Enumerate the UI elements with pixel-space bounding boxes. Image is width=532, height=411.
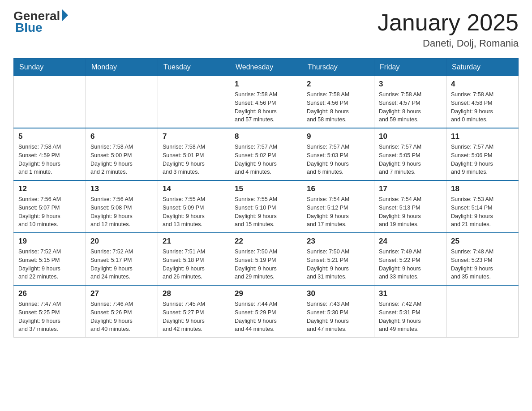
calendar-cell: 12Sunrise: 7:56 AM Sunset: 5:07 PM Dayli… [14, 180, 86, 233]
calendar-cell [446, 285, 519, 338]
page-header: General Blue January 2025 Daneti, Dolj, … [13, 9, 519, 49]
day-number: 9 [307, 132, 369, 141]
day-number: 20 [90, 237, 153, 246]
calendar-cell: 18Sunrise: 7:53 AM Sunset: 5:14 PM Dayli… [446, 180, 519, 233]
calendar-cell: 15Sunrise: 7:55 AM Sunset: 5:10 PM Dayli… [230, 180, 302, 233]
day-number: 10 [379, 132, 442, 141]
day-info: Sunrise: 7:58 AM Sunset: 4:59 PM Dayligh… [18, 143, 81, 176]
title-section: January 2025 Daneti, Dolj, Romania [378, 9, 519, 49]
logo-arrow-icon [62, 9, 68, 21]
calendar-cell: 27Sunrise: 7:46 AM Sunset: 5:26 PM Dayli… [86, 285, 158, 338]
calendar-cell: 30Sunrise: 7:43 AM Sunset: 5:30 PM Dayli… [302, 285, 374, 338]
calendar-cell: 25Sunrise: 7:48 AM Sunset: 5:23 PM Dayli… [446, 233, 519, 285]
calendar-week-row: 5Sunrise: 7:58 AM Sunset: 4:59 PM Daylig… [14, 128, 519, 180]
calendar-cell: 5Sunrise: 7:58 AM Sunset: 4:59 PM Daylig… [14, 128, 86, 180]
day-number: 28 [163, 289, 225, 298]
calendar-cell: 16Sunrise: 7:54 AM Sunset: 5:12 PM Dayli… [302, 180, 374, 233]
day-number: 17 [379, 184, 442, 193]
day-number: 5 [18, 132, 81, 141]
day-info: Sunrise: 7:43 AM Sunset: 5:30 PM Dayligh… [307, 300, 369, 334]
day-number: 30 [307, 289, 369, 298]
calendar-week-row: 1Sunrise: 7:58 AM Sunset: 4:56 PM Daylig… [14, 76, 519, 128]
logo-blue-text: Blue [15, 21, 43, 35]
calendar-cell: 6Sunrise: 7:58 AM Sunset: 5:00 PM Daylig… [86, 128, 158, 180]
day-number: 18 [451, 184, 514, 193]
calendar-header-row: SundayMondayTuesdayWednesdayThursdayFrid… [14, 59, 519, 76]
day-number: 6 [90, 132, 153, 141]
calendar-cell: 11Sunrise: 7:57 AM Sunset: 5:06 PM Dayli… [446, 128, 519, 180]
logo: General Blue [13, 9, 68, 35]
calendar-cell: 24Sunrise: 7:49 AM Sunset: 5:22 PM Dayli… [374, 233, 446, 285]
calendar-week-row: 26Sunrise: 7:47 AM Sunset: 5:25 PM Dayli… [14, 285, 519, 338]
day-number: 11 [451, 132, 514, 141]
day-number: 26 [18, 289, 81, 298]
weekday-header-tuesday: Tuesday [158, 59, 230, 76]
day-number: 25 [451, 237, 514, 246]
calendar-cell: 8Sunrise: 7:57 AM Sunset: 5:02 PM Daylig… [230, 128, 302, 180]
weekday-header-friday: Friday [374, 59, 446, 76]
calendar-cell: 28Sunrise: 7:45 AM Sunset: 5:27 PM Dayli… [158, 285, 230, 338]
calendar-cell: 17Sunrise: 7:54 AM Sunset: 5:13 PM Dayli… [374, 180, 446, 233]
calendar-title: January 2025 [378, 9, 519, 36]
day-number: 24 [379, 237, 442, 246]
day-info: Sunrise: 7:58 AM Sunset: 4:58 PM Dayligh… [451, 90, 514, 124]
day-number: 23 [307, 237, 369, 246]
calendar-cell: 4Sunrise: 7:58 AM Sunset: 4:58 PM Daylig… [446, 76, 519, 128]
calendar-cell: 19Sunrise: 7:52 AM Sunset: 5:15 PM Dayli… [14, 233, 86, 285]
calendar-cell: 14Sunrise: 7:55 AM Sunset: 5:09 PM Dayli… [158, 180, 230, 233]
calendar-cell [14, 76, 86, 128]
day-info: Sunrise: 7:52 AM Sunset: 5:17 PM Dayligh… [90, 248, 153, 281]
calendar-cell: 22Sunrise: 7:50 AM Sunset: 5:19 PM Dayli… [230, 233, 302, 285]
calendar-subtitle: Daneti, Dolj, Romania [378, 38, 519, 49]
calendar-week-row: 12Sunrise: 7:56 AM Sunset: 5:07 PM Dayli… [14, 180, 519, 233]
day-info: Sunrise: 7:57 AM Sunset: 5:05 PM Dayligh… [379, 143, 442, 176]
day-info: Sunrise: 7:53 AM Sunset: 5:14 PM Dayligh… [451, 195, 514, 229]
day-number: 14 [163, 184, 225, 193]
calendar-cell [86, 76, 158, 128]
weekday-header-saturday: Saturday [446, 59, 519, 76]
weekday-header-thursday: Thursday [302, 59, 374, 76]
day-number: 31 [379, 289, 442, 298]
calendar-cell: 13Sunrise: 7:56 AM Sunset: 5:08 PM Dayli… [86, 180, 158, 233]
day-number: 19 [18, 237, 81, 246]
calendar-cell [158, 76, 230, 128]
calendar-cell: 29Sunrise: 7:44 AM Sunset: 5:29 PM Dayli… [230, 285, 302, 338]
calendar-week-row: 19Sunrise: 7:52 AM Sunset: 5:15 PM Dayli… [14, 233, 519, 285]
day-number: 8 [235, 132, 297, 141]
day-number: 21 [163, 237, 225, 246]
day-info: Sunrise: 7:56 AM Sunset: 5:08 PM Dayligh… [90, 195, 153, 229]
day-number: 27 [90, 289, 153, 298]
day-number: 22 [235, 237, 297, 246]
day-number: 29 [235, 289, 297, 298]
weekday-header-wednesday: Wednesday [230, 59, 302, 76]
day-info: Sunrise: 7:44 AM Sunset: 5:29 PM Dayligh… [235, 300, 297, 334]
calendar-cell: 3Sunrise: 7:58 AM Sunset: 4:57 PM Daylig… [374, 76, 446, 128]
calendar-cell: 31Sunrise: 7:42 AM Sunset: 5:31 PM Dayli… [374, 285, 446, 338]
calendar-cell: 2Sunrise: 7:58 AM Sunset: 4:56 PM Daylig… [302, 76, 374, 128]
calendar-cell: 23Sunrise: 7:50 AM Sunset: 5:21 PM Dayli… [302, 233, 374, 285]
calendar-cell: 21Sunrise: 7:51 AM Sunset: 5:18 PM Dayli… [158, 233, 230, 285]
day-info: Sunrise: 7:51 AM Sunset: 5:18 PM Dayligh… [163, 248, 225, 281]
day-number: 1 [235, 80, 297, 89]
weekday-header-monday: Monday [86, 59, 158, 76]
day-number: 4 [451, 80, 514, 89]
day-info: Sunrise: 7:50 AM Sunset: 5:19 PM Dayligh… [235, 248, 297, 281]
day-number: 13 [90, 184, 153, 193]
day-number: 7 [163, 132, 225, 141]
calendar-cell: 7Sunrise: 7:58 AM Sunset: 5:01 PM Daylig… [158, 128, 230, 180]
day-number: 15 [235, 184, 297, 193]
day-number: 2 [307, 80, 369, 89]
weekday-header-sunday: Sunday [14, 59, 86, 76]
day-info: Sunrise: 7:52 AM Sunset: 5:15 PM Dayligh… [18, 248, 81, 281]
calendar-table: SundayMondayTuesdayWednesdayThursdayFrid… [13, 58, 519, 338]
day-info: Sunrise: 7:54 AM Sunset: 5:12 PM Dayligh… [307, 195, 369, 229]
day-number: 3 [379, 80, 442, 89]
day-info: Sunrise: 7:57 AM Sunset: 5:02 PM Dayligh… [235, 143, 297, 176]
day-info: Sunrise: 7:55 AM Sunset: 5:10 PM Dayligh… [235, 195, 297, 229]
day-info: Sunrise: 7:58 AM Sunset: 4:57 PM Dayligh… [379, 90, 442, 124]
day-info: Sunrise: 7:58 AM Sunset: 5:01 PM Dayligh… [163, 143, 225, 176]
day-info: Sunrise: 7:50 AM Sunset: 5:21 PM Dayligh… [307, 248, 369, 281]
day-info: Sunrise: 7:55 AM Sunset: 5:09 PM Dayligh… [163, 195, 225, 229]
day-info: Sunrise: 7:48 AM Sunset: 5:23 PM Dayligh… [451, 248, 514, 281]
day-info: Sunrise: 7:57 AM Sunset: 5:06 PM Dayligh… [451, 143, 514, 176]
